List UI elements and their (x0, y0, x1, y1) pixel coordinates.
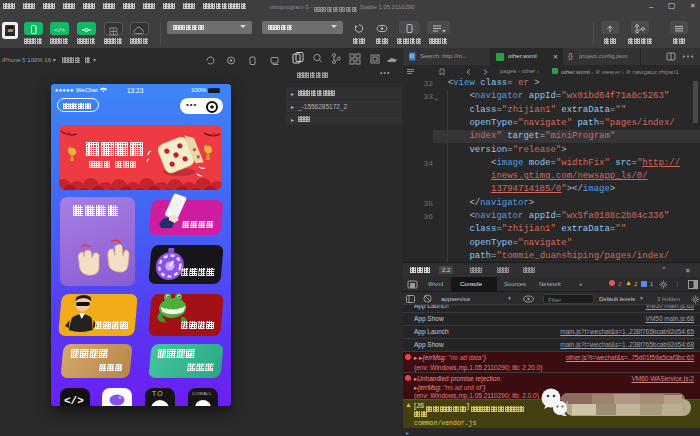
svg-text:</>: </> (54, 27, 65, 34)
